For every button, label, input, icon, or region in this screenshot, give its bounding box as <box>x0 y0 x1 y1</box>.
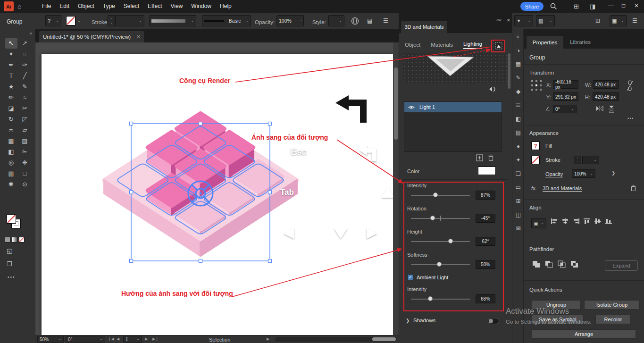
add-light-icon[interactable] <box>476 154 483 161</box>
color-button[interactable] <box>5 237 10 243</box>
panel-scrollbar-thumb[interactable] <box>508 53 510 89</box>
none-button[interactable] <box>19 237 25 243</box>
minimize-button[interactable]: — <box>608 2 614 9</box>
opacity-link-label[interactable]: Opacity <box>545 171 563 177</box>
share-button[interactable]: Share <box>520 2 544 11</box>
opacity-more-icon[interactable]: ❯ <box>611 170 615 176</box>
artboard-number-dropdown[interactable]: 1⌄ <box>123 336 142 343</box>
asset-export-icon[interactable]: ⊞ <box>512 194 524 208</box>
maximize-button[interactable]: □ <box>622 2 625 9</box>
curvature-tool[interactable]: ✑ <box>19 59 31 70</box>
shadows-toggle[interactable] <box>488 318 499 324</box>
arrange-documents-icon[interactable]: ⊞ <box>574 3 579 10</box>
stroke-weight-stepper-props[interactable]: ⌃⌄ <box>574 156 581 164</box>
status-expand-icon[interactable]: ▶ <box>267 337 269 341</box>
blend-tool[interactable]: ◎ <box>5 157 17 168</box>
gradient-icon[interactable]: ◧ <box>512 112 524 125</box>
last-artboard-icon[interactable]: ▶❘ <box>152 337 159 341</box>
delete-light-trash-icon[interactable] <box>488 154 494 161</box>
brushes-icon[interactable]: ✎ <box>512 71 524 84</box>
constrain-proportions-icon[interactable] <box>627 80 633 92</box>
stroke-icon[interactable]: ☰ <box>512 98 524 112</box>
light-color-swatch[interactable] <box>478 167 496 175</box>
tab-properties[interactable]: Properties <box>527 36 563 49</box>
change-screen-mode-icon[interactable]: ❐ <box>7 260 12 268</box>
align-right-icon[interactable] <box>572 218 580 225</box>
tab-object[interactable]: Object <box>405 42 420 48</box>
symbol-sprayer-tool[interactable]: ❉ <box>19 157 31 168</box>
x-field[interactable]: -602.16 px <box>553 80 578 89</box>
isolate-selected-dropdown[interactable]: ▧⌄ <box>536 15 555 26</box>
transform-more-options-icon[interactable]: ••• <box>627 116 634 121</box>
swatches-icon[interactable]: ▦ <box>512 57 524 71</box>
selection-tool[interactable]: ↖ <box>5 38 17 49</box>
color-icon[interactable]: ◑ <box>512 43 524 57</box>
magic-wand-tool[interactable]: ✦ <box>5 49 17 59</box>
eraser-tool[interactable]: ◪ <box>5 103 17 114</box>
gradient-tool[interactable]: ◧ <box>5 146 17 157</box>
collapse-panel-icon[interactable]: «« <box>496 17 502 23</box>
menu-object[interactable]: Object <box>74 0 99 13</box>
width-tool[interactable]: ≍ <box>5 125 17 135</box>
rotate-tool[interactable]: ↻ <box>5 114 17 125</box>
artboards-icon[interactable]: ▭ <box>512 180 524 194</box>
fill-swatch[interactable]: ? <box>531 142 540 150</box>
symbols-icon[interactable]: ◆ <box>512 84 524 98</box>
direct-selection-tool[interactable]: ↗ <box>19 38 31 49</box>
light-list-item[interactable]: Light 1 <box>404 102 502 112</box>
artboard-tool[interactable]: □ <box>19 168 31 179</box>
previous-artboard-icon[interactable]: ◀ <box>117 337 119 341</box>
workspace-switcher-icon[interactable]: ◨ <box>590 3 595 10</box>
y-field[interactable]: 291.32 px <box>553 92 578 101</box>
shaper-tool[interactable]: ≈ <box>19 92 31 103</box>
comments-icon[interactable]: ✉ <box>512 221 524 235</box>
shadows-chevron-icon[interactable]: ❯ <box>406 318 410 323</box>
menu-effect[interactable]: Effect <box>143 0 166 13</box>
close-panel-icon[interactable]: × <box>507 17 510 24</box>
zoom-tool[interactable]: ⊙ <box>19 179 31 190</box>
stroke-color-none-swatch[interactable] <box>7 214 16 224</box>
edit-toolbar-icon[interactable]: ••• <box>8 275 16 280</box>
zoom-level-dropdown[interactable]: 50%⌄ <box>37 336 64 343</box>
first-artboard-icon[interactable]: ❘◀ <box>108 337 114 341</box>
column-graph-tool[interactable]: ▥ <box>5 168 17 179</box>
fill-label[interactable]: Fill <box>545 143 552 149</box>
reference-point-locator[interactable] <box>530 79 543 92</box>
scissors-tool[interactable]: ✂ <box>19 103 31 114</box>
arrange-panel-dropdown[interactable]: ▣⌄ <box>610 15 627 26</box>
light-rotate-icon[interactable] <box>489 86 498 92</box>
document-setup-icon[interactable]: ▤ <box>367 17 372 24</box>
align-to-dropdown[interactable]: ▣⌄ <box>531 218 546 228</box>
home-icon[interactable]: ⌂ <box>17 0 21 13</box>
expand-panels-icon[interactable]: « <box>512 29 523 43</box>
ungroup-button[interactable]: Ungroup <box>532 300 581 310</box>
stroke-weight-dropdown-props[interactable]: ⌄ <box>582 156 599 164</box>
star-tool[interactable]: ★ <box>5 81 17 92</box>
fill-indicator-dropdown[interactable]: ?⌄ <box>45 15 61 26</box>
tab-lighting[interactable]: Lighting <box>463 41 482 49</box>
delete-effect-trash-icon[interactable] <box>630 184 636 192</box>
tab-libraries[interactable]: Libraries <box>570 39 591 45</box>
pathfinder-minus-front-icon[interactable] <box>545 260 553 268</box>
flip-vertical-icon[interactable] <box>608 105 615 113</box>
mesh-tool[interactable]: ▨ <box>19 135 31 146</box>
canvas[interactable]: Esc Tab Công cụ Render Ánh sang của đối … <box>35 42 399 335</box>
visibility-eye-icon[interactable] <box>408 105 415 109</box>
stroke-color-chevron-icon[interactable]: ⌄ <box>77 19 81 23</box>
align-panel-icon[interactable]: ◫ <box>512 208 524 221</box>
align-top-icon[interactable] <box>583 218 591 225</box>
stroke-weight-dropdown[interactable]: ⌄ <box>115 15 144 26</box>
pathfinder-exclude-icon[interactable] <box>570 260 579 268</box>
menu-file[interactable]: File <box>38 0 55 13</box>
brush-definition-dropdown[interactable]: ⌄ <box>149 15 196 26</box>
canvas-vscrollbar-thumb[interactable] <box>394 67 398 140</box>
pencil-tool[interactable]: ✎ <box>19 81 31 92</box>
menu-type[interactable]: Type <box>99 0 119 13</box>
layers-icon[interactable]: ❏ <box>512 167 524 180</box>
lighting-preview[interactable] <box>403 53 509 83</box>
pathfinder-unite-icon[interactable] <box>532 260 541 268</box>
close-tab-icon[interactable]: × <box>137 33 140 40</box>
align-left-icon[interactable] <box>551 218 558 225</box>
transparency-icon[interactable]: ▨ <box>512 125 524 139</box>
preferences-icon[interactable]: ☰ <box>383 17 388 24</box>
